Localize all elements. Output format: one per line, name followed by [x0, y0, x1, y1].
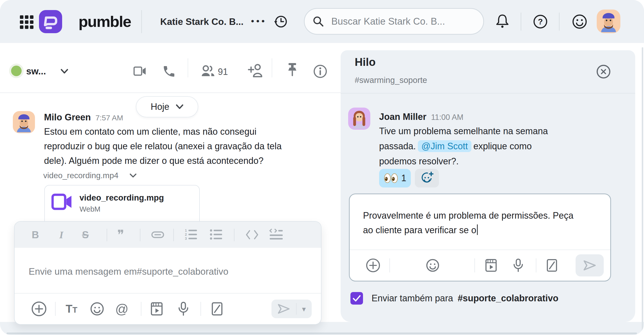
blockquote-icon[interactable]: ❞: [117, 227, 124, 242]
user-avatar[interactable]: [597, 10, 620, 33]
presence-dot: [11, 66, 22, 76]
send-also-label: Enviar também para: [372, 293, 453, 303]
composer-actions: TT @ ▾: [15, 293, 321, 324]
workspace-title[interactable]: Katie Stark Co. B...: [160, 17, 244, 27]
reaction-count: 1: [401, 173, 406, 183]
toolbar-divider: [188, 58, 188, 77]
link-icon[interactable]: [151, 229, 164, 241]
voice-message-icon[interactable]: [512, 258, 524, 272]
thread-author-avatar[interactable]: [348, 108, 370, 130]
svg-text:2: 2: [185, 232, 187, 236]
video-call-icon[interactable]: [133, 65, 146, 77]
toolbar-divider: [140, 229, 140, 241]
bold-icon[interactable]: B: [32, 229, 39, 241]
add-member-icon[interactable]: [248, 64, 263, 79]
pumble-logo-icon[interactable]: [39, 10, 62, 33]
toolbar-divider: [474, 258, 475, 272]
thread-composer[interactable]: Provavelmente é um problema de permissõe…: [349, 194, 611, 281]
thread-text-line: passada.@Jim Scottexplique como: [379, 139, 548, 154]
voice-message-icon[interactable]: [177, 302, 190, 316]
emoji-icon[interactable]: [426, 258, 440, 272]
history-icon[interactable]: [273, 14, 288, 29]
send-also-channel[interactable]: #suporte_colabrorativo: [458, 293, 558, 303]
screen-share-icon[interactable]: [546, 259, 557, 272]
thread-panel: Hilo #swarming_soporte Joan Mille: [341, 50, 635, 322]
reaction-pill[interactable]: 1: [379, 169, 411, 187]
thread-message-author[interactable]: Joan Miller: [379, 112, 426, 122]
video-message-icon[interactable]: [150, 302, 163, 316]
search-icon: [312, 15, 324, 27]
code-block-icon[interactable]: [269, 228, 283, 241]
message-author[interactable]: Milo Green: [44, 112, 91, 122]
inline-code-icon[interactable]: [245, 229, 259, 240]
formatting-toolbar: B I S ❞ 1 2 3: [15, 222, 321, 248]
channel-details-icon[interactable]: [313, 64, 328, 79]
strikethrough-icon[interactable]: S: [82, 229, 89, 241]
help-icon[interactable]: ?: [533, 14, 548, 29]
mention-chip[interactable]: @Jim Scott: [418, 140, 471, 152]
close-thread-icon[interactable]: [596, 64, 611, 79]
italic-icon[interactable]: I: [59, 229, 63, 241]
send-button-group: ▾: [271, 300, 312, 318]
audio-call-icon[interactable]: [162, 64, 176, 78]
attach-plus-icon[interactable]: [31, 301, 47, 317]
search-input[interactable]: [331, 16, 463, 27]
toolbar-divider: [272, 58, 272, 77]
screen-share-icon[interactable]: [211, 302, 223, 316]
toolbar-divider: [173, 229, 174, 241]
composer-placeholder[interactable]: Envie uma mensagem em#suporte_colaborati…: [29, 266, 228, 277]
video-message-icon[interactable]: [485, 259, 497, 272]
thread-composer-actions: [350, 250, 610, 281]
toolbar-divider: [200, 302, 201, 316]
attachment-row[interactable]: video_recording.mp4: [43, 171, 137, 180]
toolbar-divider: [536, 258, 536, 272]
thread-text-fragment: explique como: [473, 141, 532, 151]
status-smiley-icon[interactable]: [572, 14, 588, 30]
search-bar[interactable]: [304, 8, 484, 35]
message-author-avatar[interactable]: [13, 111, 35, 133]
mention-at-icon[interactable]: @: [115, 301, 129, 316]
thread-composer-text[interactable]: Provavelmente é um problema de permissõe…: [363, 208, 599, 237]
ordered-list-icon[interactable]: 1 2 3: [184, 229, 198, 241]
channel-name[interactable]: sw...: [26, 66, 46, 77]
send-also-row: Enviar também para #suporte_colabrorativ…: [350, 292, 558, 305]
toolbar-divider: [55, 302, 56, 316]
toolbar-divider: [389, 258, 390, 272]
date-divider-pill[interactable]: Hoje: [136, 96, 198, 117]
file-format: WebM: [79, 205, 100, 213]
thread-text-line: Tive um problema semelhante na semana: [379, 124, 548, 139]
send-also-checkbox[interactable]: [350, 292, 363, 305]
pumble-wordmark: pumble: [78, 13, 131, 30]
send-options-caret-icon[interactable]: ▾: [297, 305, 311, 313]
typed-text: Provavelmente é um problema de permissõe…: [363, 210, 573, 235]
members-icon[interactable]: [200, 65, 216, 78]
chevron-down-icon[interactable]: [60, 69, 68, 74]
apps-grid-icon[interactable]: [20, 15, 34, 29]
thread-channel[interactable]: #swarming_soporte: [355, 75, 427, 85]
message-composer[interactable]: B I S ❞ 1 2 3: [14, 221, 321, 325]
send-button[interactable]: [271, 303, 296, 315]
svg-text:?: ?: [538, 17, 543, 26]
add-reaction-button[interactable]: [415, 169, 439, 187]
topbar-divider: [521, 13, 521, 31]
checkmark-icon: [352, 295, 361, 302]
reactions-row: 1: [379, 169, 439, 187]
send-button[interactable]: [576, 254, 604, 276]
member-count: 91: [218, 67, 228, 77]
text-cursor: [477, 224, 478, 235]
text-format-icon[interactable]: TT: [66, 303, 77, 315]
pinned-items-icon[interactable]: [286, 63, 298, 80]
notifications-bell-icon[interactable]: [495, 14, 510, 30]
add-reaction-icon: [420, 172, 434, 185]
thread-message-header: Joan Miller 11:00 AM: [379, 112, 463, 122]
chevron-down-icon[interactable]: [130, 173, 137, 178]
pumble-app-window: pumble Katie Stark Co. B... •••: [0, 0, 644, 335]
date-divider-label: Hoje: [151, 102, 169, 112]
workspace-menu-dots[interactable]: •••: [251, 16, 267, 26]
toolbar-divider: [107, 229, 107, 241]
emoji-icon[interactable]: [90, 302, 104, 316]
bullet-list-icon[interactable]: [210, 229, 223, 241]
attach-plus-icon[interactable]: [366, 258, 380, 273]
topbar: pumble Katie Stark Co. B... •••: [0, 0, 644, 43]
attachment-filename: video_recording.mp4: [43, 171, 118, 180]
